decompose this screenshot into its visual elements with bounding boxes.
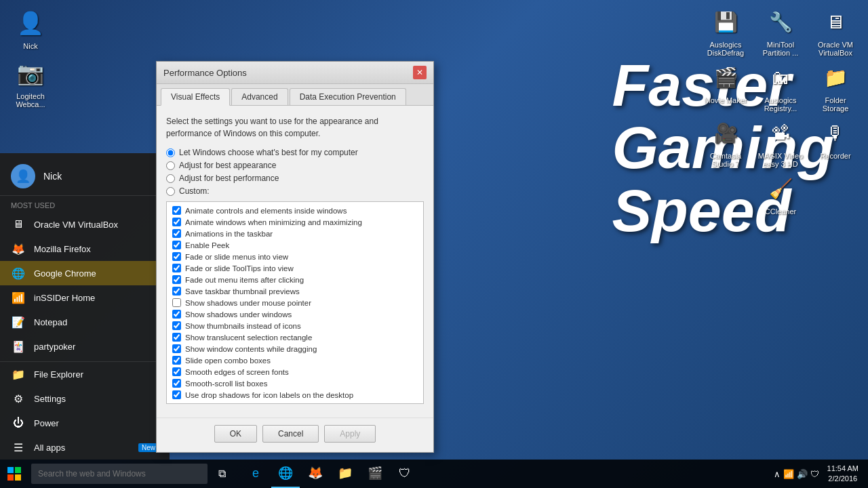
taskbar-datetime[interactable]: 11:54 AM 2/2/2016 (827, 464, 859, 485)
checkbox-shadows-mouse[interactable] (172, 298, 181, 307)
chrome-taskbar-icon: 🌐 (278, 466, 293, 481)
edge-icon: e (252, 466, 259, 481)
desktop-icon-webcam[interactable]: 📷 Logitech Webca... (7, 57, 54, 108)
checkbox-enable-peek[interactable] (172, 241, 181, 249)
desktop-icon-folder-storage[interactable]: 📁 Folder Storage (812, 61, 859, 113)
checkbox-animate-windows[interactable] (172, 218, 181, 226)
taskbar-chrome-button[interactable]: 🌐 (271, 460, 300, 488)
desktop-icon-virtualbox-right[interactable]: 🖥 Oracle VM VirtualBox (812, 5, 859, 57)
checkbox-item-fade-menu-items[interactable]: Fade out menu items after clicking (167, 274, 423, 285)
radio-custom-input[interactable] (166, 187, 175, 196)
checkbox-item-smooth-scroll[interactable]: Smooth-scroll list boxes (167, 378, 423, 389)
taskbar-firefox-button[interactable]: 🦊 (301, 460, 330, 488)
desktop-icon-auslogics-registry[interactable]: 🗂 Auslogics Registry... (757, 61, 804, 113)
webcam-icon: 📷 (14, 57, 47, 89)
checkbox-animations-taskbar[interactable] (172, 229, 181, 238)
radio-windows-choose[interactable]: Let Windows choose what's best for my co… (166, 148, 424, 157)
tray-up-arrow-icon[interactable]: ∧ (774, 469, 781, 479)
checkbox-item-shadows-windows[interactable]: Show shadows under windows (167, 308, 423, 320)
checkbox-item-animations-taskbar[interactable]: Animations in the taskbar (167, 228, 423, 239)
dialog-close-button[interactable]: ✕ (413, 66, 427, 79)
checkbox-item-smooth-edges[interactable]: Smooth edges of screen fonts (167, 366, 423, 378)
desktop-icon-minitool[interactable]: 🔧 MiniTool Partition ... (757, 5, 804, 57)
checkbox-item-thumbnails[interactable]: Show thumbnails instead of icons (167, 320, 423, 331)
desktop-icon-recorder[interactable]: 🎙 Recorder (812, 117, 859, 168)
checkbox-item-shadows-mouse[interactable]: Show shadows under mouse pointer (167, 297, 423, 308)
taskbar-folder-button[interactable]: 📁 (331, 460, 359, 488)
checkbox-fade-tooltips[interactable] (172, 264, 181, 272)
start-item-all-apps[interactable]: ☰ All apps New (0, 435, 170, 460)
tab-dep[interactable]: Data Execution Prevention (290, 88, 406, 105)
checkbox-drop-shadows[interactable] (172, 390, 181, 399)
checkbox-item-save-thumbnails[interactable]: Save taskbar thumbnail previews (167, 285, 423, 297)
start-item-firefox[interactable]: 🦊 Mozilla Firefox › (0, 237, 170, 261)
checkbox-save-thumbnails[interactable] (172, 287, 181, 296)
radio-best-appearance-input[interactable] (166, 161, 175, 170)
desktop-icon-magix[interactable]: 📽 MAGIX Video easy 3 HD (757, 117, 804, 168)
radio-best-appearance[interactable]: Adjust for best appearance (166, 161, 424, 170)
start-item-notepad[interactable]: 📝 Notepad › (0, 310, 170, 334)
security-taskbar-icon: 🛡 (399, 466, 411, 481)
start-item-file-explorer[interactable]: 📁 File Explorer › (0, 362, 170, 386)
desktop-icon-camtasia[interactable]: 🎥 Camtasia Studio 7 (702, 117, 749, 168)
checkbox-item-drop-shadows[interactable]: Use drop shadows for icon labels on the … (167, 389, 423, 401)
start-avatar: 👤 (11, 164, 35, 188)
checkbox-label-fade-menu-items: Fade out menu items after clicking (185, 276, 304, 284)
file-explorer-icon: 📁 (11, 367, 26, 382)
checkbox-item-fade-menus[interactable]: Fade or slide menus into view (167, 251, 423, 262)
taskbar-search-input[interactable] (31, 464, 208, 484)
start-item-file-explorer-label: File Explorer (34, 369, 83, 380)
checkbox-translucent-selection[interactable] (172, 333, 181, 342)
checkbox-item-animate-windows[interactable]: Animate windows when minimizing and maxi… (167, 216, 423, 228)
cancel-button[interactable]: Cancel (262, 425, 319, 443)
radio-best-performance-input[interactable] (166, 174, 175, 183)
checkbox-item-slide-combo[interactable]: Slide open combo boxes (167, 354, 423, 366)
checkbox-slide-combo[interactable] (172, 356, 181, 365)
checkbox-label-shadows-windows: Show shadows under windows (185, 310, 292, 319)
auslogics-defrag-icon: 💾 (709, 5, 742, 38)
desktop-icon-auslogics-defrag[interactable]: 💾 Auslogics DiskDefrag (702, 5, 749, 57)
desktop-icon-camtasia-label: Camtasia Studio 7 (702, 152, 749, 168)
checkbox-label-animate-windows: Animate windows when minimizing and maxi… (185, 218, 362, 226)
magix-icon: 📽 (764, 117, 797, 149)
checkbox-item-enable-peek[interactable]: Enable Peek (167, 239, 423, 251)
start-item-partypoker[interactable]: 🃏 partypoker (0, 334, 170, 359)
checkbox-item-translucent-selection[interactable]: Show translucent selection rectangle (167, 331, 423, 343)
start-item-oracle-vm[interactable]: 🖥 Oracle VM VirtualBox (0, 212, 170, 237)
start-item-inssider[interactable]: 📶 inSSIDer Home › (0, 285, 170, 310)
taskbar-security-button[interactable]: 🛡 (391, 460, 419, 488)
start-item-settings[interactable]: ⚙ Settings (0, 386, 170, 411)
desktop-icon-movie-maker[interactable]: 🎬 Movie Maker (702, 61, 749, 113)
checkbox-animate-controls[interactable] (172, 206, 181, 215)
checkbox-item-animate-controls[interactable]: Animate controls and elements inside win… (167, 205, 423, 216)
radio-windows-choose-input[interactable] (166, 148, 175, 157)
checkbox-shadows-windows[interactable] (172, 310, 181, 319)
desktop-icon-movie-maker-label: Movie Maker (705, 96, 747, 104)
radio-best-performance[interactable]: Adjust for best performance (166, 174, 424, 183)
checkbox-thumbnails[interactable] (172, 321, 181, 330)
checkbox-label-translucent-selection: Show translucent selection rectangle (185, 333, 312, 342)
tab-advanced[interactable]: Advanced (231, 88, 288, 105)
checkbox-smooth-scroll[interactable] (172, 379, 181, 388)
ok-button[interactable]: OK (214, 425, 257, 443)
start-button[interactable] (0, 460, 28, 488)
desktop-icon-nick[interactable]: 👤 Nick (7, 7, 54, 50)
start-item-power[interactable]: ⏻ Power (0, 411, 170, 435)
apply-button[interactable]: Apply (324, 425, 376, 443)
firefox-icon: 🦊 (11, 241, 26, 256)
checkbox-window-contents[interactable] (172, 344, 181, 353)
checkbox-smooth-edges[interactable] (172, 367, 181, 376)
tab-visual-effects[interactable]: Visual Effects (161, 88, 230, 106)
radio-custom[interactable]: Custom: (166, 186, 424, 196)
start-item-chrome[interactable]: 🌐 Google Chrome › (0, 261, 170, 285)
taskbar-running-apps: e 🌐 🦊 📁 🎬 🛡 (241, 460, 419, 488)
checkbox-item-fade-tooltips[interactable]: Fade or slide ToolTips into view (167, 262, 423, 274)
taskbar-edge-button[interactable]: e (241, 460, 270, 488)
virtualbox-right-icon: 🖥 (819, 5, 852, 38)
desktop-icon-ccleaner[interactable]: 🧹 CCleaner (757, 172, 804, 216)
checkbox-fade-menus[interactable] (172, 252, 181, 261)
task-view-button[interactable]: ⧉ (208, 460, 236, 488)
checkbox-item-window-contents[interactable]: Show window contents while dragging (167, 343, 423, 354)
taskbar-film-button[interactable]: 🎬 (361, 460, 389, 488)
checkbox-fade-menu-items[interactable] (172, 275, 181, 284)
